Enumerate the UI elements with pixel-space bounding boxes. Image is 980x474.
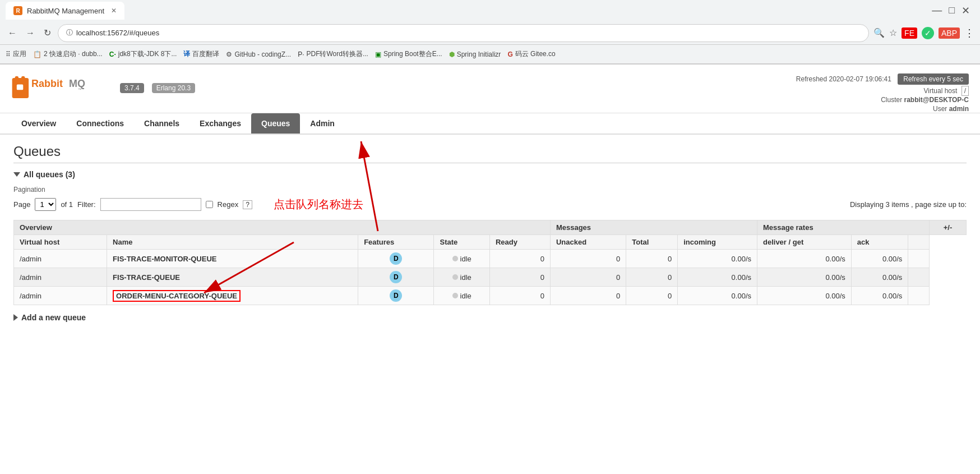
cell-ack: 0.00/s — [851, 287, 908, 305]
apps-grid-icon: ⠿ — [6, 50, 11, 58]
collapse-icon — [13, 172, 20, 177]
main-nav: Overview Connections Channels Exchanges … — [0, 113, 980, 135]
forward-button[interactable]: → — [24, 26, 37, 40]
queue-name-link[interactable]: ORDER-MENU-CATEGORY-QUEUE — [113, 290, 241, 302]
pagination-area: Pagination Page 1 of 1 Filter: Regex ? 点… — [13, 186, 967, 212]
bookmark-springboot-label: Spring Boot整合E... — [383, 49, 442, 59]
cell-extra — [908, 250, 930, 268]
table-row: /admin FIS-TRACE-QUEUE D idle 0 0 0 0.00… — [14, 268, 967, 287]
bookmark-initializr[interactable]: ⬢ Spring Initializr — [449, 50, 501, 58]
browser-tab[interactable]: R RabbitMQ Management ✕ — [6, 2, 124, 20]
abp-icon[interactable]: ABP — [939, 27, 960, 39]
col-deliver-get: deliver / get — [757, 235, 852, 250]
refreshed-text: Refreshed 2020-02-07 19:06:41 — [796, 75, 891, 83]
fe-icon[interactable]: FE — [902, 27, 917, 39]
bookmark-icon[interactable]: ☆ — [889, 27, 897, 38]
logo-area: Rabbit MQ ™ 3.7.4 Erlang 20.3 — [11, 71, 796, 105]
bookmark-apps-label: 应用 — [13, 49, 26, 59]
filter-input[interactable] — [100, 198, 201, 211]
pagination-controls: Page 1 of 1 Filter: Regex ? 点击队列名称进去 Dis… — [13, 197, 967, 212]
bookmark-gitee[interactable]: G 码云 Gitee.co — [507, 49, 555, 59]
initializr-icon: ⬢ — [449, 50, 455, 58]
virtual-host-select[interactable]: / — [961, 86, 969, 96]
state-indicator — [452, 274, 458, 280]
gitee-icon: G — [507, 50, 512, 58]
close-button[interactable]: ✕ — [961, 4, 970, 17]
bookmark-pdf[interactable]: P· PDF转Word转换器... — [298, 49, 368, 59]
cell-total: 0 — [626, 287, 678, 305]
queue-name-link[interactable]: FIS-TRACE-QUEUE — [113, 273, 180, 282]
cluster-label: Cluster — [881, 96, 902, 104]
reload-button[interactable]: ↻ — [41, 25, 53, 40]
message-rates-group-header: Message rates — [757, 220, 930, 235]
cell-virtual-host: /admin — [14, 287, 107, 305]
queues-table: Overview Messages Message rates +/- Virt… — [13, 220, 967, 305]
nav-channels[interactable]: Channels — [134, 113, 189, 134]
cell-ack: 0.00/s — [851, 268, 908, 287]
cell-ready: 0 — [489, 287, 550, 305]
cell-incoming: 0.00/s — [678, 250, 757, 268]
bookmark-github[interactable]: ⚙ GitHub - codingZ... — [226, 50, 291, 58]
cell-deliver-get: 0.00/s — [757, 250, 852, 268]
cell-deliver-get: 0.00/s — [757, 268, 852, 287]
regex-checkbox[interactable] — [206, 201, 213, 208]
cell-ready: 0 — [489, 250, 550, 268]
col-total: Total — [626, 235, 678, 250]
plus-minus-button[interactable]: +/- — [930, 220, 967, 235]
bookmark-baidu[interactable]: 译 百度翻译 — [183, 49, 219, 59]
regex-hint[interactable]: ? — [243, 200, 252, 209]
table-row: /admin ORDER-MENU-CATEGORY-QUEUE D idle … — [14, 287, 967, 305]
ext1-icon[interactable]: ✓ — [922, 27, 934, 39]
refresh-button[interactable]: Refresh every 5 sec — [898, 73, 969, 85]
overview-group-header: Overview — [14, 220, 551, 235]
feature-badge: D — [390, 271, 402, 283]
nav-overview[interactable]: Overview — [11, 113, 66, 134]
cell-incoming: 0.00/s — [678, 268, 757, 287]
displaying-text: Displaying 3 items , page size up to: — [850, 200, 967, 209]
queues-table-wrapper: Overview Messages Message rates +/- Virt… — [13, 220, 967, 305]
nav-connections[interactable]: Connections — [66, 113, 134, 134]
back-button[interactable]: ← — [6, 26, 19, 40]
cell-unacked: 0 — [550, 250, 626, 268]
page-select[interactable]: 1 — [35, 198, 56, 211]
nav-exchanges[interactable]: Exchanges — [189, 113, 251, 134]
cell-unacked: 0 — [550, 287, 626, 305]
erlang-badge: Erlang 20.3 — [152, 83, 195, 93]
all-queues-label: All queues (3) — [24, 170, 75, 179]
tab-close-button[interactable]: ✕ — [111, 7, 117, 15]
virtual-host-line: Virtual host / — [796, 87, 969, 95]
bookmark-gitee-label: 码云 Gitee.co — [515, 49, 556, 59]
col-virtual-host: Virtual host — [14, 235, 107, 250]
ext2-icon[interactable]: ⋮ — [964, 27, 974, 39]
jdk-icon: C· — [109, 50, 116, 58]
minimize-button[interactable]: — — [932, 4, 942, 17]
header-right: Refreshed 2020-02-07 19:06:41 Refresh ev… — [796, 71, 969, 113]
book-icon: 📋 — [33, 50, 41, 58]
queue-name-link[interactable]: FIS-TRACE-MONITOR-QUEUE — [113, 255, 216, 263]
address-bar[interactable]: ⓘ localhost:15672/#/queues — [58, 24, 869, 42]
search-icon[interactable]: 🔍 — [873, 27, 885, 38]
bookmark-dubbo[interactable]: 📋 2 快速启动 · dubb... — [33, 49, 103, 59]
cluster-value: rabbit@DESKTOP-C — [904, 96, 969, 104]
cell-ready: 0 — [489, 268, 550, 287]
nav-queues[interactable]: Queues — [251, 113, 300, 134]
bookmark-github-label: GitHub - codingZ... — [234, 50, 291, 58]
cell-virtual-host: /admin — [14, 268, 107, 287]
all-queues-section-header[interactable]: All queues (3) — [13, 170, 967, 179]
bookmark-initializr-label: Spring Initializr — [457, 50, 501, 58]
bookmark-springboot[interactable]: ▣ Spring Boot整合E... — [375, 49, 442, 59]
filter-label: Filter: — [77, 200, 96, 209]
bookmark-jdk[interactable]: C· jdk8下载-JDK 8下... — [109, 49, 177, 59]
add-queue-header[interactable]: Add a new queue — [13, 313, 967, 322]
nav-admin[interactable]: Admin — [300, 113, 345, 134]
virtual-host-label: Virtual host — [924, 87, 958, 95]
bookmark-jdk-label: jdk8下载-JDK 8下... — [118, 49, 177, 59]
maximize-button[interactable]: □ — [949, 4, 955, 17]
bookmark-apps[interactable]: ⠿ 应用 — [6, 49, 26, 59]
springboot-icon: ▣ — [375, 50, 381, 58]
page-label: Page — [13, 200, 30, 209]
add-queue-section: Add a new queue — [13, 313, 967, 322]
col-incoming: incoming — [678, 235, 757, 250]
browser-chrome: R RabbitMQ Management ✕ — □ ✕ ← → ↻ ⓘ lo… — [0, 0, 980, 65]
cell-name: FIS-TRACE-QUEUE — [107, 268, 358, 287]
